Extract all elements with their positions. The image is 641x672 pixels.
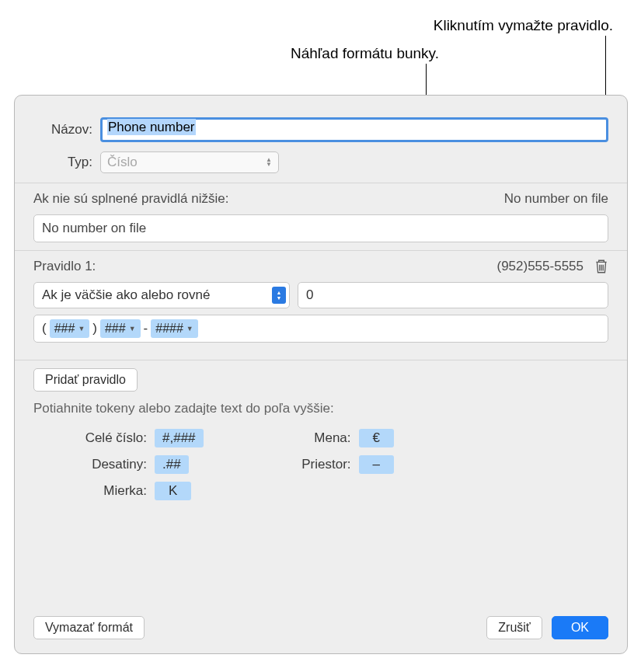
- scale-label: Mierka:: [77, 483, 147, 499]
- literal-text: (: [42, 321, 47, 336]
- clear-format-button[interactable]: Vymazať formát: [33, 616, 145, 639]
- name-input[interactable]: Phone number: [100, 117, 608, 142]
- currency-label: Mena:: [281, 430, 351, 446]
- instructions-text: Potiahnite tokeny alebo zadajte text do …: [33, 401, 608, 416]
- format-input[interactable]: ( ###▼ ) ###▼ - ####▼: [33, 315, 608, 343]
- no-rules-preview: No number on file: [504, 191, 608, 207]
- ok-button[interactable]: OK: [552, 616, 608, 639]
- no-rules-label: Ak nie sú splnené pravidlá nižšie:: [33, 191, 228, 207]
- callout-preview: Náhľad formátu bunky.: [291, 45, 439, 62]
- chevron-down-icon: ▼: [78, 325, 85, 333]
- space-token[interactable]: –: [359, 455, 394, 474]
- condition-value-input[interactable]: 0: [298, 282, 608, 308]
- callout-delete: Kliknutím vymažte pravidlo.: [434, 17, 613, 34]
- currency-token[interactable]: €: [359, 429, 394, 447]
- no-rules-input[interactable]: No number on file: [33, 214, 608, 242]
- cancel-button[interactable]: Zrušiť: [486, 616, 542, 639]
- name-label: Názov:: [33, 122, 92, 138]
- token-hash-3a[interactable]: ###▼: [50, 319, 90, 338]
- scale-token[interactable]: K: [155, 482, 191, 500]
- literal-text: -: [144, 321, 148, 336]
- chevron-down-icon: ▼: [129, 325, 136, 333]
- token-hash-4[interactable]: ####▼: [151, 319, 198, 338]
- decimals-label: Desatiny:: [77, 457, 147, 472]
- whole-label: Celé číslo:: [77, 430, 147, 446]
- add-rule-button[interactable]: Pridať pravidlo: [33, 368, 138, 392]
- space-label: Priestor:: [281, 457, 351, 472]
- type-label: Typ:: [33, 155, 92, 170]
- rule1-label: Pravidlo 1:: [33, 259, 96, 274]
- trash-icon[interactable]: [594, 259, 608, 274]
- divider: [15, 360, 627, 360]
- divider: [15, 250, 627, 251]
- token-hash-3b[interactable]: ###▼: [100, 319, 141, 338]
- rule1-preview: (952)555-5555: [496, 259, 584, 274]
- whole-token[interactable]: #,###: [155, 429, 204, 447]
- chevron-updown-icon: ▲▼: [266, 158, 272, 167]
- type-select[interactable]: Číslo ▲▼: [100, 151, 279, 173]
- condition-select[interactable]: Ak je väčšie ako alebo rovné ▲▼: [33, 282, 290, 308]
- literal-text: ): [92, 321, 97, 336]
- divider: [15, 183, 627, 183]
- chevron-updown-icon: ▲▼: [272, 287, 286, 304]
- custom-format-dialog: Názov: Phone number Typ: Číslo ▲▼ Ak nie…: [14, 95, 628, 654]
- decimals-token[interactable]: .##: [155, 455, 189, 474]
- chevron-down-icon: ▼: [186, 325, 193, 333]
